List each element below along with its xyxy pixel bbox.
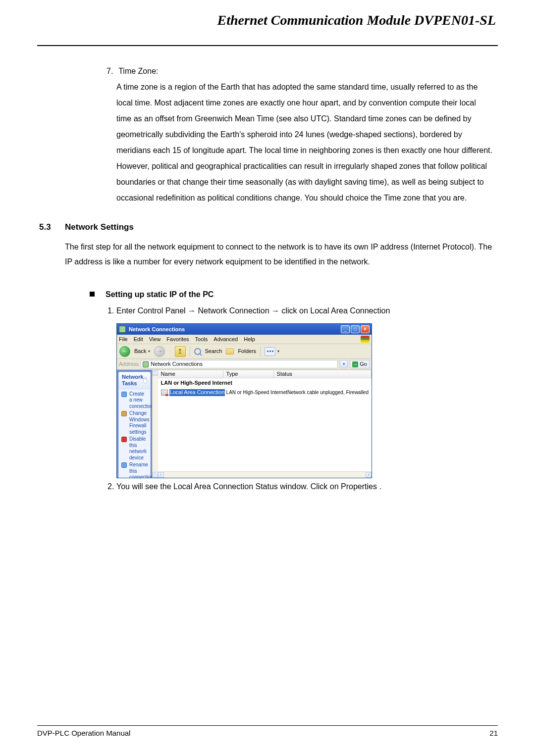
- heading-5-3-number: 5.3: [39, 219, 65, 236]
- col-name[interactable]: Name: [158, 370, 223, 378]
- back-label: Back: [134, 348, 146, 354]
- heading-5-3: 5.3Network Settings: [37, 219, 498, 236]
- menu-file[interactable]: File: [119, 336, 128, 343]
- side-scrollbar[interactable]: ˄ ˅: [152, 370, 158, 478]
- horizontal-scrollbar[interactable]: ‹ ›: [158, 471, 372, 478]
- search-button[interactable]: Search: [205, 348, 222, 354]
- menu-tools[interactable]: Tools: [195, 336, 208, 343]
- go-button[interactable]: → Go: [350, 360, 370, 368]
- address-label: Address: [119, 361, 139, 367]
- address-bar: Address Network Connections ▾ → Go: [117, 359, 372, 370]
- folders-button[interactable]: Folders: [238, 348, 256, 354]
- address-value: Network Connections: [151, 361, 203, 367]
- bullet-static-ip: Setting up static IP of the PC: [90, 287, 498, 302]
- square-bullet-icon: [90, 292, 95, 297]
- panel-network-tasks-header[interactable]: Network Tasks ˄: [119, 372, 150, 389]
- list-item-lac-status: Network cable unplugged, Firewalled: [287, 390, 369, 396]
- address-field[interactable]: Network Connections: [141, 360, 338, 368]
- toolbar-separator: ·: [169, 348, 170, 354]
- minimize-button[interactable]: _: [341, 325, 350, 333]
- side-panel: Network Tasks ˄ Create a new connection …: [117, 370, 152, 478]
- back-button[interactable]: ←: [119, 346, 130, 357]
- go-label: Go: [360, 361, 367, 367]
- group-lan: LAN or High-Speed Internet: [158, 378, 372, 389]
- window-title: Network Connections: [129, 326, 185, 333]
- address-dropdown-button[interactable]: ▾: [340, 360, 348, 368]
- views-dropdown-icon[interactable]: ▾: [277, 349, 279, 354]
- address-icon: [143, 361, 149, 367]
- screenshot-network-connections: Network Connections _ □ × File Edit View…: [116, 323, 372, 478]
- menu-favorites[interactable]: Favorites: [166, 336, 189, 343]
- panel-network-tasks: Network Tasks ˄ Create a new connection …: [118, 372, 151, 478]
- window-titlebar[interactable]: Network Connections _ □ ×: [117, 324, 372, 335]
- toolbar: ← Back▾ → · Search Folders ▾: [117, 344, 372, 359]
- step-2: 2.You will see the Local Area Connection…: [107, 479, 498, 494]
- list-item-lac-type: LAN or High-Speed Internet: [226, 390, 287, 396]
- go-icon: →: [352, 361, 358, 367]
- page-number: 21: [489, 729, 498, 737]
- network-icon: [121, 392, 127, 397]
- panel-network-tasks-title: Network Tasks: [122, 374, 143, 387]
- menu-advanced[interactable]: Advanced: [214, 336, 238, 343]
- step-2-number: 2.: [107, 479, 116, 494]
- col-type[interactable]: Type: [223, 370, 274, 378]
- item-7-title: Time Zone:: [118, 67, 158, 75]
- windows-flag-icon: [361, 336, 370, 343]
- lan-connection-icon: [161, 390, 168, 396]
- footer-left: DVP-PLC Operation Manual: [37, 729, 130, 737]
- forward-button[interactable]: →: [154, 346, 165, 357]
- back-dropdown-icon[interactable]: ▾: [148, 349, 150, 354]
- up-button[interactable]: [175, 346, 186, 357]
- item-7-timezone: 7. Time Zone: A time zone is a region of…: [107, 63, 498, 206]
- task-create-connection[interactable]: Create a new connection: [121, 391, 148, 410]
- scroll-down-icon[interactable]: ˅: [153, 472, 158, 478]
- menu-help[interactable]: Help: [244, 336, 255, 343]
- folders-icon: [226, 349, 234, 354]
- task-firewall-settings[interactable]: Change Windows Firewall settings: [121, 410, 148, 436]
- close-button[interactable]: ×: [361, 325, 370, 333]
- task-rename-connection[interactable]: Rename this connection: [121, 461, 148, 478]
- doc-title: Ethernet Communication Module DVPEN01-SL: [37, 12, 498, 30]
- item-7-number: 7.: [107, 63, 116, 79]
- scroll-up-icon[interactable]: ˄: [153, 370, 158, 376]
- toolbar-divider-2: [260, 346, 261, 357]
- scroll-left-icon[interactable]: ‹: [158, 472, 164, 478]
- firewall-icon: [121, 411, 127, 416]
- collapse-icon[interactable]: ˄: [143, 377, 147, 384]
- item-7-text: A time zone is a region of the Earth tha…: [116, 79, 493, 206]
- step-1-number: 1.: [107, 303, 116, 318]
- para-5-3: The first step for all the network equip…: [65, 240, 498, 270]
- search-icon: [194, 348, 201, 355]
- views-button[interactable]: [265, 347, 275, 356]
- col-status[interactable]: Status: [274, 370, 372, 378]
- task-disable-device[interactable]: Disable this network device: [121, 436, 148, 461]
- menu-edit[interactable]: Edit: [134, 336, 143, 343]
- step-1: 1.Enter Control Panel → Network Connecti…: [107, 303, 498, 318]
- rename-icon: [121, 462, 127, 468]
- list-item-lac-name: Local Area Connection: [169, 389, 225, 396]
- scroll-right-icon[interactable]: ›: [366, 472, 372, 478]
- toolbar-divider: [190, 346, 190, 357]
- disable-icon: [121, 437, 127, 442]
- step-2-text: You will see the Local Area Connection S…: [116, 482, 381, 491]
- heading-5-3-title: Network Settings: [65, 222, 134, 232]
- maximize-button[interactable]: □: [351, 325, 360, 333]
- menu-bar: File Edit View Favorites Tools Advanced …: [117, 335, 372, 344]
- list-item-lac[interactable]: Local Area Connection LAN or High-Speed …: [158, 389, 372, 396]
- menu-view[interactable]: View: [149, 336, 161, 343]
- list-view: Name Type Status LAN or High-Speed Inter…: [158, 370, 372, 478]
- step-1-text: Enter Control Panel → Network Connection…: [116, 306, 390, 315]
- column-headers: Name Type Status: [158, 370, 372, 378]
- window-icon: [119, 326, 126, 333]
- bullet-title: Setting up static IP of the PC: [106, 290, 214, 299]
